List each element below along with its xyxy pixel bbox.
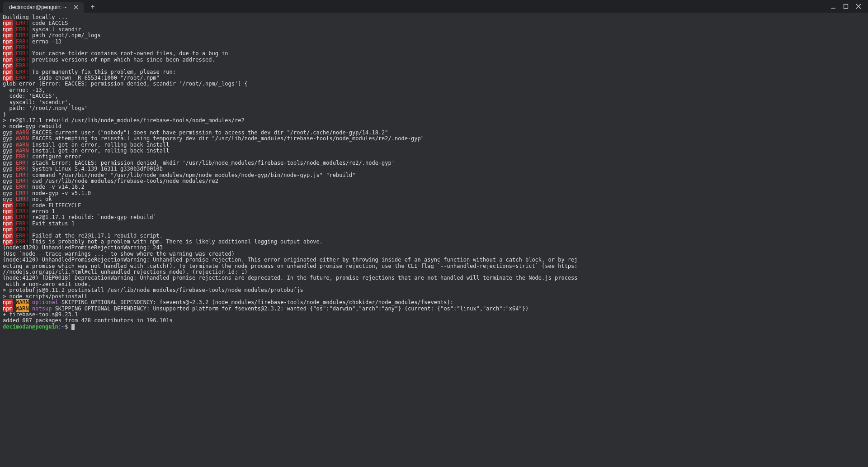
output-line: gyp ERR! System Linux 5.4.139-16311-g330…: [3, 166, 865, 172]
output-line: with a non-zero exit code.: [3, 281, 865, 287]
output-line: gyp ERR! command "/usr/bin/node" "/usr/l…: [3, 172, 865, 178]
output-line: npm ERR! code EACCES: [3, 20, 865, 26]
output-line: npm ERR! path /root/.npm/_logs: [3, 33, 865, 38]
output-line: gyp ERR! node-gyp -v v5.1.0: [3, 191, 865, 196]
output-line: npm ERR! code ELIFECYCLE: [3, 203, 865, 209]
output-line: gyp WARN install got an error, rolling b…: [3, 142, 865, 148]
output-line: npm ERR! To permanently fix this problem…: [3, 69, 865, 75]
output-line: glob error [Error: EACCES: permission de…: [3, 81, 865, 87]
output-line: gyp ERR! not ok: [3, 196, 865, 202]
output-line: npm ERR!: [3, 227, 865, 233]
output-line: gyp ERR! stack Error: EACCES: permission…: [3, 160, 865, 166]
prompt-line[interactable]: decimodan@penguin:~$: [3, 324, 865, 330]
output-line: npm ERR! Your cache folder contains root…: [3, 51, 865, 57]
output-line: + firebase-tools@9.23.1: [3, 312, 865, 318]
output-line: npm WARN notsup SKIPPING OPTIONAL DEPEND…: [3, 306, 865, 312]
output-line: npm ERR! errno 1: [3, 209, 865, 214]
output-line: code: 'EACCES',: [3, 93, 865, 99]
maximize-icon[interactable]: [843, 3, 849, 10]
output-line: errno: -13,: [3, 87, 865, 93]
close-window-icon[interactable]: [855, 3, 862, 10]
output-line: npm ERR! Exit status 1: [3, 221, 865, 227]
svg-rect-0: [844, 5, 848, 9]
output-line: npm ERR! errno -13: [3, 39, 865, 45]
output-line: npm ERR!: [3, 45, 865, 51]
output-line: Building locally ...: [3, 14, 865, 20]
output-line: npm ERR! This is probably not a problem …: [3, 239, 865, 245]
cursor: [71, 324, 75, 330]
output-line: ecting a promise which was not handled w…: [3, 263, 865, 269]
new-tab-button[interactable]: +: [88, 2, 98, 12]
output-line: gyp ERR! configure error: [3, 154, 865, 160]
output-line: path: '/root/.npm/_logs': [3, 105, 865, 111]
output-line: npm ERR!: [3, 63, 865, 69]
output-line: }: [3, 112, 865, 118]
output-line: (node:4120) [DEP0018] DeprecationWarning…: [3, 275, 865, 281]
terminal-output[interactable]: Building locally ...npm ERR! code EACCES…: [0, 13, 868, 467]
output-line: > node-gyp rebuild: [3, 124, 865, 129]
output-line: (node:4120) UnhandledPromiseRejectionWar…: [3, 245, 865, 251]
output-line: //nodejs.org/api/cli.html#cli_unhandled_…: [3, 269, 865, 275]
output-line: npm WARN optional SKIPPING OPTIONAL DEPE…: [3, 300, 865, 305]
output-line: npm ERR! re2@1.17.1 rebuild: `node-gyp r…: [3, 214, 865, 220]
output-line: npm ERR! previous versions of npm which …: [3, 57, 865, 63]
output-line: npm ERR! syscall scandir: [3, 27, 865, 33]
output-line: gyp WARN install got an error, rolling b…: [3, 148, 865, 154]
output-line: npm ERR! Failed at the re2@1.17.1 rebuil…: [3, 233, 865, 239]
prompt-user-host: decimodan@penguin: [3, 324, 58, 330]
output-line: > node scripts/postinstall: [3, 294, 865, 300]
output-line: (Use `node --trace-warnings ...` to show…: [3, 251, 865, 257]
output-line: syscall: 'scandir',: [3, 100, 865, 105]
output-line: npm ERR! sudo chown -R 65534:1000 "/root…: [3, 75, 865, 81]
output-line: gyp ERR! cwd /usr/lib/node_modules/fireb…: [3, 178, 865, 184]
output-line: > protobufjs@6.11.2 postinstall /usr/lib…: [3, 287, 865, 293]
output-line: gyp ERR! node -v v14.18.2: [3, 184, 865, 190]
window-controls: [830, 0, 868, 13]
output-line: gyp WARN EACCES current user ("nobody") …: [3, 130, 865, 136]
output-line: (node:4120) UnhandledPromiseRejectionWar…: [3, 257, 865, 263]
close-tab-icon[interactable]: [72, 4, 80, 11]
tab-title: decimodan@penguin: ~: [9, 4, 69, 10]
terminal-tab[interactable]: decimodan@penguin: ~: [3, 2, 84, 13]
minimize-icon[interactable]: [830, 3, 836, 10]
title-bar: decimodan@penguin: ~ +: [0, 0, 868, 13]
output-line: gyp WARN EACCES attempting to reinstall …: [3, 136, 865, 142]
output-line: > re2@1.17.1 rebuild /usr/lib/node_modul…: [3, 118, 865, 124]
output-line: added 687 packages from 428 contributors…: [3, 318, 865, 324]
